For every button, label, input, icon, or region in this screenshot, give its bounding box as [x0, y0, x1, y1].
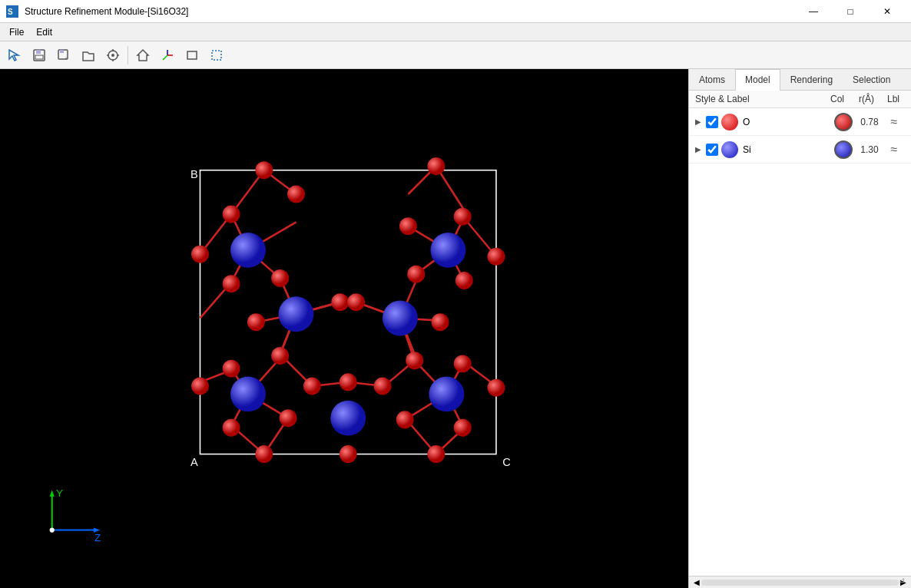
silicon-color-btn[interactable] — [834, 140, 853, 159]
minimize-button[interactable]: — — [796, 0, 831, 23]
app-icon: S — [6, 5, 18, 18]
frame-icon — [185, 48, 199, 62]
svg-marker-15 — [137, 50, 148, 61]
svg-text:S: S — [8, 8, 13, 16]
svg-point-93 — [247, 313, 265, 331]
oxygen-expand[interactable]: ▶ — [695, 117, 704, 126]
svg-point-97 — [374, 378, 392, 395]
svg-rect-5 — [35, 55, 43, 59]
svg-point-105 — [454, 355, 472, 372]
svg-text:Y: Y — [56, 487, 63, 499]
atoms-table-header: Style & Label Col r(Å) Lbl — [689, 91, 911, 108]
select-icon — [8, 48, 22, 62]
panel-scrollbar[interactable]: ◀ ▶ — [689, 576, 911, 588]
svg-point-86 — [287, 186, 305, 203]
toolbar-frame-btn[interactable] — [181, 45, 204, 66]
save-as-icon: + — [57, 48, 71, 62]
toolbar-axes-btn[interactable] — [156, 45, 179, 66]
structure-svg: B A C — [0, 69, 688, 588]
svg-text:B: B — [190, 168, 198, 180]
window-controls: — □ ✕ — [796, 0, 905, 23]
viewport[interactable]: B A C — [0, 69, 688, 588]
oxygen-color-btn[interactable] — [834, 113, 853, 131]
toolbar-save-btn[interactable] — [28, 45, 51, 66]
toolbar-select-region-btn[interactable] — [205, 45, 228, 66]
silicon-sphere — [721, 141, 738, 158]
svg-point-87 — [223, 275, 240, 292]
svg-text:Z: Z — [94, 532, 101, 543]
svg-point-94 — [271, 347, 289, 365]
oxygen-lbl-toggle[interactable]: ≈ — [883, 115, 905, 129]
svg-line-18 — [163, 55, 167, 60]
svg-point-106 — [454, 419, 472, 437]
svg-point-88 — [271, 269, 289, 287]
atom-row-silicon: ▶ Si 1.30 ≈ — [689, 136, 911, 164]
svg-point-108 — [255, 445, 273, 463]
toolbar-tools-btn[interactable] — [101, 45, 124, 66]
header-col: Col — [823, 94, 851, 104]
svg-text:C: C — [502, 456, 511, 468]
window-title: Structure Refinement Module-[Si16O32] — [25, 6, 790, 17]
svg-point-72 — [230, 233, 266, 268]
toolbar-sep-1 — [128, 46, 128, 64]
silicon-checkbox[interactable] — [706, 144, 718, 156]
scrollbar-track[interactable] — [701, 580, 899, 586]
svg-point-90 — [399, 217, 417, 235]
svg-point-107 — [396, 411, 414, 428]
svg-point-77 — [429, 377, 464, 412]
tab-bar: Atoms Model Rendering Selection — [689, 69, 911, 91]
toolbar-home-btn[interactable] — [131, 45, 154, 66]
svg-point-82 — [191, 378, 209, 395]
toolbar-open-btn[interactable] — [77, 45, 100, 66]
save-icon — [32, 48, 46, 62]
menu-edit[interactable]: Edit — [30, 25, 58, 39]
svg-point-98 — [406, 352, 423, 369]
svg-point-110 — [340, 445, 357, 463]
main-content: B A C — [0, 69, 911, 588]
oxygen-checkbox[interactable] — [706, 116, 718, 128]
svg-point-91 — [456, 272, 473, 289]
axes-icon — [161, 48, 174, 62]
scrollbar-left-btn[interactable]: ◀ — [692, 578, 701, 586]
svg-rect-20 — [212, 51, 221, 60]
svg-point-76 — [230, 377, 266, 412]
menu-bar: File Edit — [0, 23, 911, 41]
tab-atoms[interactable]: Atoms — [689, 69, 735, 90]
svg-point-96 — [340, 373, 357, 391]
silicon-expand[interactable]: ▶ — [695, 145, 704, 154]
svg-point-79 — [255, 161, 273, 179]
svg-marker-2 — [9, 50, 18, 61]
menu-file[interactable]: File — [3, 25, 30, 39]
silicon-lbl-toggle[interactable]: ≈ — [883, 143, 905, 157]
oxygen-radius: 0.78 — [856, 117, 883, 127]
tab-model[interactable]: Model — [735, 69, 780, 91]
svg-rect-21 — [0, 74, 688, 583]
svg-point-99 — [432, 313, 449, 331]
svg-point-78 — [330, 401, 366, 436]
svg-rect-19 — [187, 51, 197, 59]
maximize-button[interactable]: □ — [833, 0, 868, 23]
tools-icon — [106, 48, 120, 62]
tab-selection[interactable]: Selection — [843, 69, 900, 90]
svg-point-75 — [383, 301, 418, 336]
toolbar-save-as-btn[interactable]: + — [52, 45, 75, 66]
resize-handle[interactable]: ⊿ — [899, 576, 908, 585]
svg-point-80 — [427, 157, 445, 175]
svg-point-109 — [427, 445, 445, 463]
svg-point-95 — [303, 378, 321, 395]
svg-point-103 — [223, 419, 240, 437]
header-style-label: Style & Label — [695, 94, 823, 104]
tab-rendering[interactable]: Rendering — [780, 69, 843, 90]
toolbar-select-btn[interactable] — [3, 45, 26, 66]
header-lbl: Lbl — [882, 94, 905, 104]
svg-point-104 — [280, 409, 297, 427]
toolbar: + — [0, 41, 911, 69]
close-button[interactable]: ✕ — [870, 0, 905, 23]
svg-point-73 — [431, 233, 466, 268]
header-radius: r(Å) — [851, 94, 882, 104]
select-region-icon — [210, 48, 224, 62]
svg-point-85 — [223, 206, 240, 223]
silicon-label: Si — [743, 144, 834, 155]
svg-point-83 — [487, 248, 505, 266]
oxygen-label: O — [743, 117, 834, 127]
